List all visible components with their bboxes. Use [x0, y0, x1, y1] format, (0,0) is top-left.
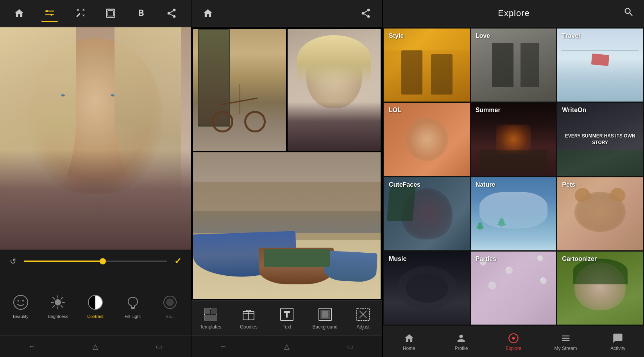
clothing: [0, 150, 191, 250]
cartoonizer-label: Cartoonizer: [562, 255, 597, 262]
svg-rect-5: [50, 14, 52, 16]
contrast-circle-icon: [88, 295, 103, 310]
svg-line-18: [61, 297, 63, 299]
parties-label: Parties: [476, 255, 496, 262]
contrast-slider[interactable]: [24, 261, 167, 262]
toolbar-wand-button[interactable]: [72, 5, 89, 22]
text-icon: [279, 307, 295, 322]
svg-rect-7: [108, 11, 113, 16]
bottomnav-profile[interactable]: Profile: [445, 332, 477, 351]
collage-home-button[interactable]: △: [278, 338, 295, 355]
svg-rect-4: [46, 10, 48, 12]
editor-controls: ↺ ✓ Beautify: [0, 250, 191, 336]
svg-line-17: [61, 305, 63, 307]
goodies-tool[interactable]: Goodies: [235, 307, 262, 330]
undo-button[interactable]: ↺: [6, 254, 20, 268]
templates-tool[interactable]: Templates: [197, 307, 224, 330]
confirm-button[interactable]: ✓: [171, 254, 185, 268]
grid-cell-love[interactable]: Love: [471, 29, 556, 102]
explore-title: Explore: [498, 8, 530, 18]
android-home-button[interactable]: △: [87, 338, 104, 355]
android-recent-button[interactable]: ▭: [150, 338, 168, 355]
bottomnav-explore[interactable]: Explore: [498, 332, 529, 351]
goodies-icon: [241, 307, 256, 322]
toolbar-home-button[interactable]: [11, 5, 28, 22]
grid-cell-cutefaces[interactable]: CuteFaces: [384, 177, 470, 250]
editor-photo: [0, 27, 191, 250]
activity-nav-label: Activity: [610, 346, 625, 351]
explore-nav-label: Explore: [506, 346, 522, 351]
templates-label: Templates: [200, 324, 221, 330]
adjust-icon: [355, 307, 371, 322]
slider-thumb[interactable]: [100, 258, 106, 264]
collage-main: [191, 27, 382, 300]
mystream-nav-icon: [560, 332, 572, 344]
collage-cell-girl[interactable]: [288, 29, 381, 151]
background-tool[interactable]: Background: [311, 307, 339, 330]
beautify-label: Beautify: [13, 314, 29, 319]
collage-back-button[interactable]: ←: [215, 338, 232, 355]
toolbar-adjust-button[interactable]: [41, 5, 58, 22]
home-nav-icon: [403, 332, 415, 344]
collage-row-top: [193, 29, 381, 151]
svg-point-8: [14, 295, 28, 309]
grid-cell-music[interactable]: Music: [384, 252, 470, 325]
grid-cell-parties[interactable]: ⚪ ⚪ ⚪ ⚪ ⚪ Parties: [471, 252, 556, 325]
goodies-label: Goodies: [240, 324, 258, 330]
writeon-label: WriteOn: [562, 107, 586, 114]
explore-search-button[interactable]: [623, 7, 634, 20]
svg-rect-26: [211, 308, 217, 314]
eye-left: [61, 94, 65, 96]
contrast-label: Contrast: [87, 314, 104, 319]
collage-cell-bike[interactable]: [193, 29, 286, 151]
explore-nav-icon: [508, 332, 519, 344]
portrait-photo: [0, 27, 191, 250]
cutefaces-label: CuteFaces: [389, 181, 420, 188]
contrast-tool[interactable]: Contrast: [82, 292, 109, 319]
brightness-tool[interactable]: Brightness: [44, 292, 72, 319]
grid-cell-pets[interactable]: Pets: [557, 177, 643, 250]
svg-rect-25: [204, 308, 210, 314]
toolbar-share-button[interactable]: [163, 5, 180, 22]
explore-bottomnav: Home Profile Explore My Stream: [383, 326, 644, 357]
grid-cell-summer[interactable]: Summer: [471, 103, 556, 176]
grid-cell-writeon[interactable]: EVERY SUMMER HAS ITS OWN STORY WriteOn: [557, 103, 643, 176]
shadows-tool[interactable]: So...: [156, 292, 184, 319]
grid-cell-lol[interactable]: LOL: [384, 103, 470, 176]
contrast-icon: [85, 292, 106, 312]
grid-cell-travel[interactable]: Travel: [557, 29, 643, 102]
summer-label: Summer: [476, 107, 501, 114]
toolbar-bold-button[interactable]: [132, 5, 150, 22]
filllight-label: Fill Light: [125, 314, 141, 319]
grid-cell-style[interactable]: Style: [384, 29, 470, 102]
collage-recent-button[interactable]: ▭: [342, 338, 359, 355]
collage-share-button[interactable]: [357, 5, 374, 22]
love-label: Love: [476, 32, 490, 39]
filllight-tool[interactable]: Fill Light: [119, 292, 147, 319]
text-tool[interactable]: Text: [273, 307, 301, 330]
android-back-button[interactable]: ←: [23, 338, 40, 355]
style-label: Style: [389, 32, 404, 39]
adjust-tool[interactable]: Adjust: [349, 307, 377, 330]
bottomnav-mystream[interactable]: My Stream: [550, 332, 581, 351]
collage-row-bottom[interactable]: [193, 152, 381, 299]
pets-label: Pets: [562, 181, 575, 188]
svg-point-10: [22, 300, 24, 302]
svg-point-11: [55, 299, 61, 305]
beautify-tool[interactable]: Beautify: [7, 292, 34, 319]
shadows-icon: [160, 292, 180, 312]
filllight-icon: [123, 292, 143, 312]
slider-track: [24, 261, 102, 262]
toolbar-frame-button[interactable]: [102, 5, 119, 22]
panel-editor: ↺ ✓ Beautify: [0, 0, 191, 357]
grid-cell-nature[interactable]: 🌲 🌲 Nature: [471, 177, 556, 250]
svg-point-39: [512, 337, 515, 339]
explore-header: Explore: [383, 0, 644, 27]
bottomnav-home[interactable]: Home: [394, 332, 425, 351]
svg-rect-27: [204, 315, 217, 321]
collage-home-button[interactable]: [199, 5, 216, 22]
shadows-label: So...: [166, 314, 175, 319]
brightness-icon: [48, 292, 68, 312]
bottomnav-activity[interactable]: Activity: [602, 332, 633, 351]
grid-cell-cartoonizer[interactable]: Cartoonizer: [557, 252, 643, 325]
